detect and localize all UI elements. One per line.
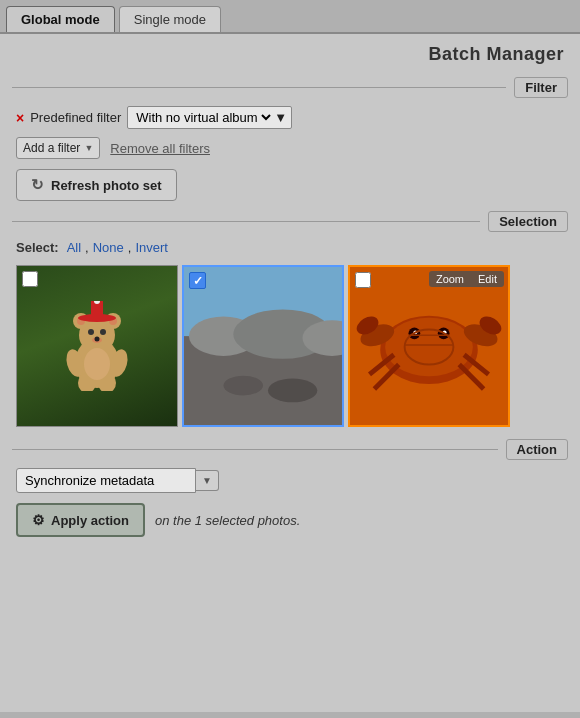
select-none-link[interactable]: None [93, 240, 124, 255]
batch-manager-title: Batch Manager [0, 34, 580, 71]
photo-grid: CAP_8488-manager... [12, 265, 568, 427]
select-all-link[interactable]: All [67, 240, 81, 255]
predefined-filter-arrow: ▼ [274, 110, 287, 125]
select-invert-link[interactable]: Invert [135, 240, 168, 255]
action-section-header: Action [12, 439, 568, 460]
refresh-photo-set-button[interactable]: ↻ Refresh photo set [16, 169, 177, 201]
action-section: Action Synchronize metadata ▼ ⚙ Apply ac… [12, 439, 568, 537]
selection-section-header: Selection [12, 211, 568, 232]
photo-item-teddy [16, 265, 178, 427]
action-select[interactable]: Synchronize metadata [16, 468, 196, 493]
filter-section: Filter × Predefined filter With no virtu… [12, 77, 568, 201]
photo-item-crab: Zoom Edit [348, 265, 510, 427]
action-section-title: Action [506, 439, 568, 460]
filter-section-line [12, 87, 506, 88]
svg-point-6 [88, 329, 94, 335]
zoom-button[interactable]: Zoom [429, 271, 471, 287]
select-separator-1: , [85, 240, 89, 255]
gear-icon: ⚙ [32, 512, 45, 528]
crab-svg [350, 267, 508, 425]
svg-point-9 [95, 337, 100, 342]
add-filter-row: Add a filter ▼ Remove all filters [12, 137, 568, 159]
refresh-icon: ↻ [31, 176, 44, 194]
photo-item-landscape: CAP_8488-manager... [182, 265, 344, 427]
refresh-label: Refresh photo set [51, 178, 162, 193]
select-label: Select: [16, 240, 59, 255]
svg-point-17 [84, 348, 110, 380]
main-panel: Batch Manager Filter × Predefined filter… [0, 32, 580, 712]
filter-section-title: Filter [514, 77, 568, 98]
action-select-row: Synchronize metadata ▼ [12, 468, 568, 493]
apply-label: Apply action [51, 513, 129, 528]
photo-checkbox-2[interactable] [189, 272, 206, 289]
photo-checkbox-3[interactable] [355, 272, 371, 288]
tab-bar: Global mode Single mode [0, 0, 580, 32]
teddy-bear-svg [62, 301, 132, 391]
predefined-filter-label: Predefined filter [30, 110, 121, 125]
action-section-line [12, 449, 498, 450]
filter-remove-icon[interactable]: × [16, 110, 24, 126]
remove-all-filters-button[interactable]: Remove all filters [110, 141, 210, 156]
add-filter-dropdown[interactable]: Add a filter ▼ [16, 137, 100, 159]
select-separator-2: , [128, 240, 132, 255]
checked-overlay [184, 267, 342, 425]
selection-section-title: Selection [488, 211, 568, 232]
predefined-filter-row: × Predefined filter With no virtual albu… [12, 106, 568, 129]
predefined-filter-select[interactable]: With no virtual album [132, 109, 274, 126]
add-filter-arrow-icon: ▼ [84, 143, 93, 153]
add-filter-label: Add a filter [23, 141, 80, 155]
predefined-filter-select-wrapper: With no virtual album ▼ [127, 106, 292, 129]
apply-row: ⚙ Apply action on the 1 selected photos. [12, 503, 568, 537]
selection-section-line [12, 221, 480, 222]
action-select-arrow-icon[interactable]: ▼ [196, 470, 219, 491]
svg-point-7 [100, 329, 106, 335]
filter-section-header: Filter [12, 77, 568, 98]
photo-checkbox-1[interactable] [22, 271, 38, 287]
zoom-edit-bar: Zoom Edit [429, 271, 504, 287]
apply-action-button[interactable]: ⚙ Apply action [16, 503, 145, 537]
tab-global[interactable]: Global mode [6, 6, 115, 32]
edit-button[interactable]: Edit [471, 271, 504, 287]
apply-note: on the 1 selected photos. [155, 513, 300, 528]
tab-single[interactable]: Single mode [119, 6, 221, 32]
selection-section: Selection Select: All , None , Invert [12, 211, 568, 427]
select-row: Select: All , None , Invert [12, 240, 568, 255]
